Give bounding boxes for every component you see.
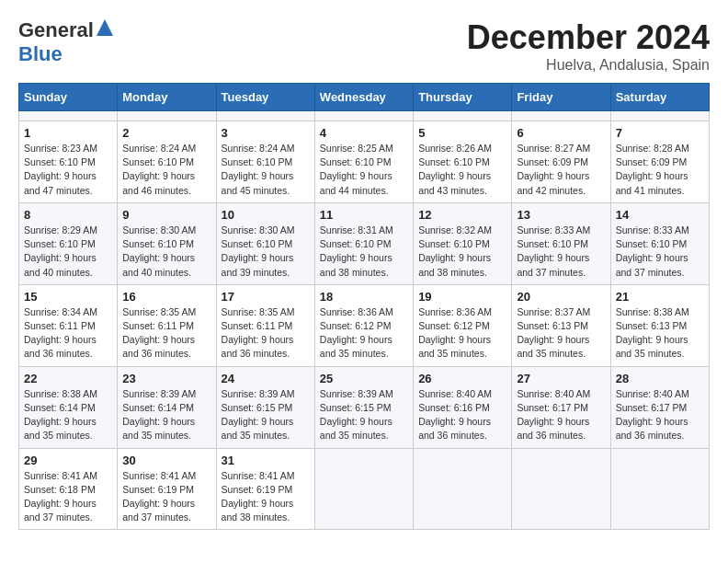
calendar-cell: 10Sunrise: 8:30 AMSunset: 6:10 PMDayligh… bbox=[216, 202, 314, 284]
day-info: Sunrise: 8:40 AMSunset: 6:17 PMDaylight:… bbox=[517, 387, 605, 443]
day-number: 9 bbox=[122, 208, 210, 222]
day-info: Sunrise: 8:40 AMSunset: 6:17 PMDaylight:… bbox=[616, 387, 704, 443]
day-info: Sunrise: 8:23 AMSunset: 6:10 PMDaylight:… bbox=[24, 142, 112, 198]
dow-header-tuesday: Tuesday bbox=[216, 84, 314, 111]
calendar-cell: 8Sunrise: 8:29 AMSunset: 6:10 PMDaylight… bbox=[19, 202, 118, 284]
calendar-cell: 29Sunrise: 8:41 AMSunset: 6:18 PMDayligh… bbox=[19, 448, 118, 530]
day-number: 5 bbox=[418, 126, 506, 140]
svg-marker-0 bbox=[97, 19, 113, 36]
calendar-cell: 12Sunrise: 8:32 AMSunset: 6:10 PMDayligh… bbox=[414, 202, 512, 284]
calendar-cell bbox=[414, 111, 512, 121]
day-info: Sunrise: 8:35 AMSunset: 6:11 PMDaylight:… bbox=[222, 305, 310, 362]
day-info: Sunrise: 8:24 AMSunset: 6:10 PMDaylight:… bbox=[222, 142, 310, 198]
calendar-cell: 27Sunrise: 8:40 AMSunset: 6:17 PMDayligh… bbox=[512, 366, 610, 448]
day-info: Sunrise: 8:26 AMSunset: 6:10 PMDaylight:… bbox=[418, 142, 506, 198]
calendar-cell: 6Sunrise: 8:27 AMSunset: 6:09 PMDaylight… bbox=[512, 121, 610, 203]
calendar-cell: 22Sunrise: 8:38 AMSunset: 6:14 PMDayligh… bbox=[19, 366, 118, 448]
day-of-week-header: SundayMondayTuesdayWednesdayThursdayFrid… bbox=[19, 84, 710, 111]
calendar-cell bbox=[610, 448, 709, 530]
dow-header-thursday: Thursday bbox=[414, 84, 512, 111]
calendar-cell: 4Sunrise: 8:25 AMSunset: 6:10 PMDaylight… bbox=[314, 121, 413, 203]
day-number: 17 bbox=[222, 290, 310, 304]
calendar-cell: 14Sunrise: 8:33 AMSunset: 6:10 PMDayligh… bbox=[610, 202, 709, 284]
day-info: Sunrise: 8:34 AMSunset: 6:11 PMDaylight:… bbox=[24, 305, 112, 362]
day-info: Sunrise: 8:33 AMSunset: 6:10 PMDaylight:… bbox=[616, 224, 704, 280]
day-number: 21 bbox=[616, 290, 704, 304]
day-number: 4 bbox=[320, 126, 408, 140]
dow-header-sunday: Sunday bbox=[19, 84, 118, 111]
day-number: 24 bbox=[222, 372, 310, 385]
day-number: 29 bbox=[24, 454, 112, 467]
dow-header-monday: Monday bbox=[118, 84, 216, 111]
calendar-cell: 16Sunrise: 8:35 AMSunset: 6:11 PMDayligh… bbox=[118, 284, 216, 366]
day-info: Sunrise: 8:39 AMSunset: 6:15 PMDaylight:… bbox=[320, 387, 408, 443]
calendar-cell: 18Sunrise: 8:36 AMSunset: 6:12 PMDayligh… bbox=[314, 284, 413, 366]
logo-blue-text: Blue bbox=[18, 42, 63, 66]
calendar-cell bbox=[610, 111, 709, 121]
calendar-body: 1Sunrise: 8:23 AMSunset: 6:10 PMDaylight… bbox=[19, 111, 710, 530]
calendar-cell: 13Sunrise: 8:33 AMSunset: 6:10 PMDayligh… bbox=[512, 202, 610, 284]
calendar: SundayMondayTuesdayWednesdayThursdayFrid… bbox=[18, 83, 710, 530]
calendar-cell: 1Sunrise: 8:23 AMSunset: 6:10 PMDaylight… bbox=[19, 121, 118, 203]
calendar-cell: 26Sunrise: 8:40 AMSunset: 6:16 PMDayligh… bbox=[414, 366, 512, 448]
logo-general-text: General bbox=[18, 18, 94, 42]
logo-icon bbox=[97, 19, 113, 38]
location-title: Huelva, Andalusia, Spain bbox=[467, 57, 710, 74]
calendar-cell: 31Sunrise: 8:41 AMSunset: 6:19 PMDayligh… bbox=[216, 448, 314, 530]
day-number: 28 bbox=[616, 372, 704, 385]
day-number: 31 bbox=[222, 454, 310, 467]
day-info: Sunrise: 8:31 AMSunset: 6:10 PMDaylight:… bbox=[320, 224, 408, 280]
day-number: 25 bbox=[320, 372, 408, 385]
day-number: 16 bbox=[122, 290, 210, 304]
day-info: Sunrise: 8:38 AMSunset: 6:14 PMDaylight:… bbox=[24, 387, 112, 443]
day-info: Sunrise: 8:24 AMSunset: 6:10 PMDaylight:… bbox=[122, 142, 210, 198]
day-info: Sunrise: 8:33 AMSunset: 6:10 PMDaylight:… bbox=[517, 224, 605, 280]
day-number: 23 bbox=[122, 372, 210, 385]
day-info: Sunrise: 8:39 AMSunset: 6:15 PMDaylight:… bbox=[222, 387, 310, 443]
day-info: Sunrise: 8:35 AMSunset: 6:11 PMDaylight:… bbox=[122, 305, 210, 362]
calendar-cell: 15Sunrise: 8:34 AMSunset: 6:11 PMDayligh… bbox=[19, 284, 118, 366]
calendar-cell: 5Sunrise: 8:26 AMSunset: 6:10 PMDaylight… bbox=[414, 121, 512, 203]
day-number: 1 bbox=[24, 126, 112, 140]
day-info: Sunrise: 8:30 AMSunset: 6:10 PMDaylight:… bbox=[222, 224, 310, 280]
calendar-cell bbox=[314, 448, 413, 530]
title-area: December 2024 Huelva, Andalusia, Spain bbox=[467, 18, 710, 74]
day-number: 2 bbox=[122, 126, 210, 140]
day-info: Sunrise: 8:37 AMSunset: 6:13 PMDaylight:… bbox=[517, 305, 605, 362]
day-info: Sunrise: 8:40 AMSunset: 6:16 PMDaylight:… bbox=[418, 387, 506, 443]
calendar-cell bbox=[19, 111, 118, 121]
calendar-cell: 24Sunrise: 8:39 AMSunset: 6:15 PMDayligh… bbox=[216, 366, 314, 448]
calendar-cell bbox=[118, 111, 216, 121]
calendar-cell bbox=[216, 111, 314, 121]
calendar-cell: 3Sunrise: 8:24 AMSunset: 6:10 PMDaylight… bbox=[216, 121, 314, 203]
day-number: 18 bbox=[320, 290, 408, 304]
day-number: 10 bbox=[222, 208, 310, 222]
day-info: Sunrise: 8:27 AMSunset: 6:09 PMDaylight:… bbox=[517, 142, 605, 198]
day-number: 11 bbox=[320, 208, 408, 222]
day-info: Sunrise: 8:29 AMSunset: 6:10 PMDaylight:… bbox=[24, 224, 112, 280]
week-row: 1Sunrise: 8:23 AMSunset: 6:10 PMDaylight… bbox=[19, 121, 710, 203]
calendar-cell bbox=[512, 448, 610, 530]
dow-header-saturday: Saturday bbox=[610, 84, 709, 111]
week-row: 22Sunrise: 8:38 AMSunset: 6:14 PMDayligh… bbox=[19, 366, 710, 448]
calendar-cell: 23Sunrise: 8:39 AMSunset: 6:14 PMDayligh… bbox=[118, 366, 216, 448]
day-number: 3 bbox=[222, 126, 310, 140]
calendar-cell bbox=[414, 448, 512, 530]
day-info: Sunrise: 8:41 AMSunset: 6:18 PMDaylight:… bbox=[24, 469, 112, 525]
calendar-cell: 9Sunrise: 8:30 AMSunset: 6:10 PMDaylight… bbox=[118, 202, 216, 284]
day-number: 30 bbox=[122, 454, 210, 467]
day-info: Sunrise: 8:39 AMSunset: 6:14 PMDaylight:… bbox=[122, 387, 210, 443]
calendar-cell: 7Sunrise: 8:28 AMSunset: 6:09 PMDaylight… bbox=[610, 121, 709, 203]
logo: General Blue bbox=[18, 18, 113, 66]
day-number: 8 bbox=[24, 208, 112, 222]
day-number: 14 bbox=[616, 208, 704, 222]
day-info: Sunrise: 8:28 AMSunset: 6:09 PMDaylight:… bbox=[616, 142, 704, 198]
calendar-cell bbox=[314, 111, 413, 121]
day-number: 20 bbox=[517, 290, 605, 304]
day-info: Sunrise: 8:25 AMSunset: 6:10 PMDaylight:… bbox=[320, 142, 408, 198]
day-number: 15 bbox=[24, 290, 112, 304]
dow-header-wednesday: Wednesday bbox=[314, 84, 413, 111]
day-number: 12 bbox=[418, 208, 506, 222]
calendar-cell: 21Sunrise: 8:38 AMSunset: 6:13 PMDayligh… bbox=[610, 284, 709, 366]
month-title: December 2024 bbox=[467, 18, 710, 57]
